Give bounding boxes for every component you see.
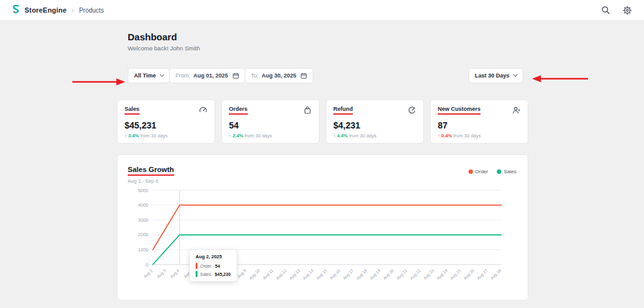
all-time-label: All Time xyxy=(134,72,156,79)
legend-label: Order xyxy=(475,169,488,174)
stat-suffix: from 30 days xyxy=(453,133,480,139)
svg-text:Aug 22: Aug 22 xyxy=(409,268,421,280)
range-dropdown[interactable]: Last 30 Days xyxy=(469,68,523,83)
tooltip-value: 54 xyxy=(215,264,220,268)
tooltip-label: Order: xyxy=(200,264,213,268)
svg-text:Aug 13: Aug 13 xyxy=(289,268,301,280)
legend-label: Sales xyxy=(504,169,516,174)
stat-delta: ↑ 3.4% xyxy=(125,133,139,139)
storeengine-logo-icon xyxy=(11,4,21,16)
stat-delta-line: ↑ 0.4% from 30 days xyxy=(438,133,521,139)
gear-icon[interactable] xyxy=(621,4,633,16)
filters-row: All Time From: Aug 01, 2025 To: Aug 30, … xyxy=(128,68,528,84)
svg-text:Aug 27: Aug 27 xyxy=(476,268,489,280)
svg-text:Aug 14: Aug 14 xyxy=(302,268,314,280)
svg-text:Aug 3: Aug 3 xyxy=(156,268,167,279)
sales-color-bar xyxy=(196,271,197,277)
svg-text:Aug 17: Aug 17 xyxy=(342,268,355,280)
all-time-dropdown[interactable]: All Time xyxy=(128,68,170,83)
svg-text:2000: 2000 xyxy=(138,232,148,237)
svg-text:Aug 28: Aug 28 xyxy=(489,268,502,280)
from-label: From: xyxy=(175,72,191,79)
search-icon[interactable] xyxy=(600,4,611,16)
breadcrumb-separator: › xyxy=(72,6,74,14)
stat-card-sales: Sales $45,231 ↑ 3.4% from 30 days xyxy=(117,100,215,144)
annotation-arrow-right xyxy=(530,73,589,84)
from-value: Aug 01, 2025 xyxy=(194,72,228,79)
stat-value: $4,231 xyxy=(333,120,416,130)
bag-icon xyxy=(303,106,312,117)
sales-legend-dot xyxy=(497,169,501,174)
legend-item-order: Order xyxy=(469,169,488,174)
stat-delta-line: ↑ 2.4% from 30 days xyxy=(229,133,312,139)
date-to-field[interactable]: To: Aug 30, 2025 xyxy=(245,68,313,83)
stat-delta-line: ↑ 4.4% from 30 days xyxy=(333,133,416,139)
chevron-down-icon xyxy=(160,72,164,77)
date-from-field[interactable]: From: Aug 01, 2025 xyxy=(169,68,245,83)
calendar-icon xyxy=(233,72,239,79)
chart-legend: Order Sales xyxy=(469,169,516,174)
stat-value: $45,231 xyxy=(125,120,208,130)
breadcrumb[interactable]: Products xyxy=(79,7,104,14)
stat-label: Orders xyxy=(229,106,248,115)
topbar-actions xyxy=(600,4,633,16)
stat-delta: ↑ 0.4% xyxy=(438,133,452,139)
chart-tooltip: Aug 2, 2025 Order: 54 Sales: $45,230 xyxy=(189,249,237,282)
sales-growth-chart: 010002000300040005000Aug 2Aug 3Aug 4Aug … xyxy=(124,185,520,297)
svg-text:Aug 9: Aug 9 xyxy=(236,268,248,279)
chart-plot-area: 010002000300040005000Aug 2Aug 3Aug 4Aug … xyxy=(124,185,520,297)
svg-text:Aug 15: Aug 15 xyxy=(315,268,328,280)
svg-text:Aug 19: Aug 19 xyxy=(369,268,381,280)
brand-logo[interactable]: StoreEngine xyxy=(11,4,67,16)
stat-cards-row: Sales $45,231 ↑ 3.4% from 30 days Orders xyxy=(117,100,528,144)
svg-text:Aug 25: Aug 25 xyxy=(449,268,462,280)
svg-text:Aug 12: Aug 12 xyxy=(275,268,287,280)
tooltip-value: $45,230 xyxy=(214,272,230,277)
stat-suffix: from 30 days xyxy=(349,133,376,139)
stat-label: New Customers xyxy=(438,106,480,115)
svg-text:4000: 4000 xyxy=(138,202,148,208)
legend-item-sales: Sales xyxy=(497,169,516,174)
tooltip-row-order: Order: 54 xyxy=(196,263,231,269)
stat-value: 54 xyxy=(229,120,312,130)
chart-title: Sales Growth xyxy=(128,166,174,176)
stat-value: 87 xyxy=(438,120,521,130)
stat-label: Sales xyxy=(125,106,140,115)
stat-card-refund: Refund $4,231 ↑ 4.4% from 30 days xyxy=(326,100,424,144)
stat-label: Refund xyxy=(333,106,353,115)
stat-delta: ↑ 4.4% xyxy=(333,133,348,139)
tooltip-label: Sales: xyxy=(200,272,212,277)
calendar-icon xyxy=(301,72,307,79)
users-icon xyxy=(512,106,521,117)
stat-card-new-customers: New Customers 87 ↑ 0.4% from 30 days xyxy=(430,100,528,144)
refund-gauge-icon xyxy=(408,106,416,117)
stat-card-orders: Orders 54 ↑ 2.4% from 30 days xyxy=(221,100,319,144)
svg-text:Aug 18: Aug 18 xyxy=(355,268,368,280)
svg-text:5000: 5000 xyxy=(138,188,148,193)
to-value: Aug 30, 2025 xyxy=(262,72,296,79)
svg-text:Aug 2: Aug 2 xyxy=(143,268,154,279)
tooltip-date: Aug 2, 2025 xyxy=(196,254,231,260)
chevron-down-icon xyxy=(513,72,518,77)
to-label: To: xyxy=(251,72,258,79)
order-color-bar xyxy=(196,263,197,269)
chart-date-range: Aug 1 - Sep 6 xyxy=(128,178,518,184)
svg-text:Aug 20: Aug 20 xyxy=(382,268,395,280)
sales-growth-card: Sales Growth Aug 1 - Sep 6 Order Sales 0… xyxy=(117,154,528,300)
svg-text:1000: 1000 xyxy=(138,247,148,253)
stat-delta-line: ↑ 3.4% from 30 days xyxy=(125,133,208,139)
order-legend-dot xyxy=(469,169,473,174)
stat-suffix: from 30 days xyxy=(245,133,272,139)
brand-name: StoreEngine xyxy=(25,6,67,14)
svg-text:0: 0 xyxy=(146,262,148,268)
svg-text:Aug 21: Aug 21 xyxy=(396,268,408,280)
svg-text:Aug 11: Aug 11 xyxy=(262,268,274,280)
stat-suffix: from 30 days xyxy=(140,133,167,139)
svg-text:3000: 3000 xyxy=(138,217,148,223)
svg-text:Aug 24: Aug 24 xyxy=(436,268,448,280)
welcome-text: Welcome back! John Smith xyxy=(128,45,200,52)
page-title: Dashboard xyxy=(128,31,177,42)
annotation-arrow-left xyxy=(71,76,126,88)
stat-delta: ↑ 2.4% xyxy=(229,133,243,139)
dashboard-page: StoreEngine › Products xyxy=(0,0,644,308)
